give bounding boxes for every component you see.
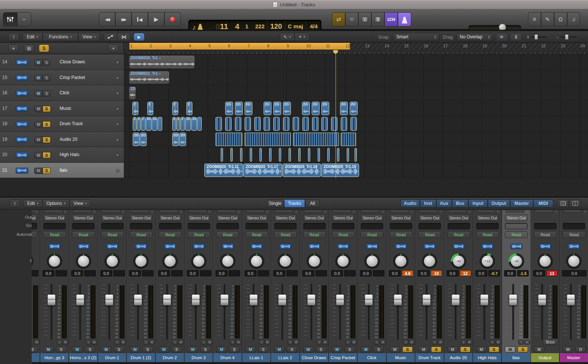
channel-name-plate[interactable]: Drum 1 xyxy=(98,353,126,362)
solo-button[interactable]: S xyxy=(43,168,51,174)
audio-region[interactable] xyxy=(221,148,223,162)
channel-strip[interactable]: Stereo OutRead0.003691215182124303540455… xyxy=(69,210,98,364)
input-monitor-button[interactable]: I xyxy=(432,340,437,345)
group-slot[interactable] xyxy=(534,223,557,230)
group-slot[interactable] xyxy=(447,223,470,230)
audio-region[interactable] xyxy=(327,148,330,162)
record-enable-button[interactable]: R xyxy=(409,340,415,345)
title-bar[interactable]: Untitled - Tracks xyxy=(0,0,588,9)
peak-value[interactable] xyxy=(113,270,125,276)
pan-knob[interactable] xyxy=(364,253,380,269)
channel-type-icon[interactable] xyxy=(337,244,349,249)
audio-region[interactable] xyxy=(235,117,241,131)
channel-type-icon[interactable] xyxy=(135,244,147,249)
volume-value[interactable]: 0.0 xyxy=(71,270,83,276)
audio-region[interactable] xyxy=(158,117,162,131)
channel-strip[interactable]: Stereo OutRead+140.0-0.70369121518212430… xyxy=(473,210,502,364)
audio-region[interactable]: ZO xyxy=(340,102,348,115)
peak-value[interactable]: 12 xyxy=(460,270,471,276)
automation-mode-button[interactable]: Read xyxy=(390,231,412,238)
output-slot[interactable]: Stereo Out xyxy=(447,215,470,221)
solo-button[interactable]: S xyxy=(142,346,153,352)
strip-setting-slot[interactable] xyxy=(102,210,120,213)
arrange-view-menu[interactable]: View▾ xyxy=(78,33,100,41)
audio-region[interactable] xyxy=(197,117,202,131)
automation-mode-button[interactable]: Read xyxy=(534,231,557,238)
strip-setting-slot[interactable] xyxy=(419,210,438,213)
zoom-handle[interactable] xyxy=(535,35,538,39)
volume-value[interactable]: 0.0 xyxy=(447,270,459,276)
volume-value[interactable]: 0.0 xyxy=(475,270,487,276)
pan-knob[interactable] xyxy=(422,253,437,269)
record-enable-circle[interactable] xyxy=(116,123,119,126)
view-mode-tracks[interactable]: Tracks xyxy=(284,199,305,208)
ruler-tick-strip[interactable] xyxy=(124,50,588,54)
strip-setting-slot[interactable] xyxy=(333,210,351,213)
record-enable-button[interactable]: R xyxy=(323,340,328,345)
input-monitor-button[interactable]: I xyxy=(461,340,466,345)
command-click-tool-menu[interactable]: +▾ xyxy=(295,33,309,41)
channel-type-icon[interactable] xyxy=(78,244,89,249)
automation-mode-button[interactable]: Read xyxy=(216,231,239,238)
record-enable-button[interactable]: R xyxy=(91,340,97,345)
channel-type-icon[interactable] xyxy=(366,244,378,249)
output-slot[interactable]: Stereo Out xyxy=(332,215,355,221)
solo-button[interactable]: S xyxy=(316,346,326,352)
group-slot[interactable] xyxy=(101,223,124,230)
mute-button[interactable]: M xyxy=(101,346,111,352)
pan-knob[interactable] xyxy=(76,253,91,269)
output-slot[interactable]: Stereo Out xyxy=(476,215,499,221)
record-button[interactable] xyxy=(164,12,181,26)
input-monitor-button[interactable]: I xyxy=(374,340,380,345)
channel-type-icon[interactable] xyxy=(424,244,436,249)
pan-knob[interactable] xyxy=(566,253,582,269)
peak-value[interactable]: 10 xyxy=(431,270,442,276)
channel-type-icon[interactable] xyxy=(222,244,234,249)
solo-button[interactable]: S xyxy=(43,75,51,81)
metronome-button[interactable] xyxy=(398,12,411,26)
output-slot[interactable]: Stereo Out xyxy=(390,215,412,221)
add-track-button[interactable]: + xyxy=(8,44,19,52)
group-slot[interactable] xyxy=(216,223,239,230)
channel-name-plate[interactable]: LLais 1 xyxy=(242,353,270,362)
record-enable-button[interactable]: R xyxy=(380,340,386,345)
mute-button[interactable]: M xyxy=(34,75,43,81)
channel-strip[interactable]: Stereo OutRead0.003691215182124303540455… xyxy=(213,210,242,364)
channel-name-plate[interactable]: llais xyxy=(502,353,530,362)
audio-region[interactable]: Z xyxy=(172,102,178,115)
channel-type-icon[interactable] xyxy=(106,244,118,249)
audio-region[interactable]: Z xyxy=(133,117,136,131)
group-slot[interactable] xyxy=(159,223,182,230)
audio-region[interactable] xyxy=(302,117,309,131)
audio-region[interactable]: ZO xyxy=(283,102,291,115)
audio-region[interactable] xyxy=(260,148,262,162)
mute-button[interactable]: M xyxy=(34,137,43,143)
catch-playhead-button[interactable]: ▶ xyxy=(133,33,145,41)
audio-region[interactable]: ZO xyxy=(172,133,179,146)
input-monitor-button[interactable]: I xyxy=(32,340,34,345)
channel-type-icon[interactable] xyxy=(481,244,493,249)
peak-value[interactable] xyxy=(229,270,240,276)
automation-mode-button[interactable]: Read xyxy=(101,231,124,238)
channel-strip[interactable]: Stereo OutRead0.003691215182124303540455… xyxy=(185,210,213,364)
record-enable-button[interactable]: R xyxy=(34,340,40,345)
channel-name-plate[interactable]: Audio 20 xyxy=(444,353,472,362)
record-enable-button[interactable]: R xyxy=(496,340,501,345)
group-slot[interactable] xyxy=(245,223,268,230)
audio-region[interactable] xyxy=(216,117,222,131)
audio-region[interactable] xyxy=(245,117,251,131)
audio-region[interactable]: Z xyxy=(180,117,185,131)
pan-knob[interactable] xyxy=(393,253,409,269)
audio-region[interactable]: ZOOM0020_Tr1.19 xyxy=(321,164,359,177)
audio-region-comb[interactable] xyxy=(293,133,339,146)
channel-strip[interactable]: Read0.003691215182124303540455060MDMaste… xyxy=(560,210,588,364)
record-enable-button[interactable]: R xyxy=(236,340,241,345)
channel-name-plate[interactable]: Click xyxy=(358,353,386,362)
input-monitor-button[interactable]: I xyxy=(345,340,351,345)
strip-setting-slot[interactable] xyxy=(361,210,380,213)
track-header-options-button[interactable]: ▾ xyxy=(108,44,119,52)
mute-button[interactable]: M xyxy=(274,346,284,352)
bounce-button[interactable]: Bnce xyxy=(543,339,558,345)
automation-mode-button[interactable]: Read xyxy=(476,231,499,238)
drag-dropdown[interactable]: No Overlap ▴▾ xyxy=(456,33,493,41)
